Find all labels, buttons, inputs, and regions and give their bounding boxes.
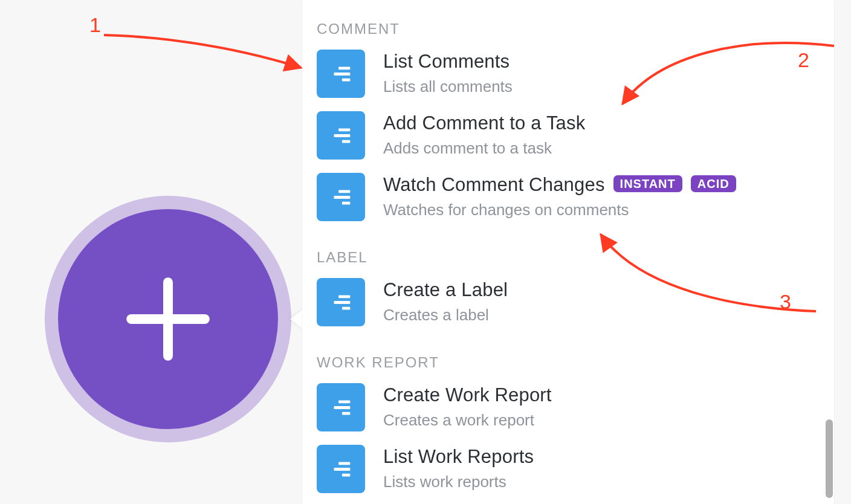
- svg-rect-4: [342, 79, 350, 82]
- module-text: Add Comment to a Task Adds comment to a …: [383, 111, 585, 158]
- module-desc: Creates a work report: [383, 411, 552, 430]
- module-text: Watch Comment Changes INSTANT ACID Watch…: [383, 173, 736, 219]
- svg-rect-9: [334, 196, 351, 199]
- module-text: List Comments Lists all comments: [383, 50, 513, 96]
- svg-rect-2: [338, 67, 350, 70]
- module-icon: [317, 50, 365, 98]
- add-module-button[interactable]: [45, 196, 291, 442]
- module-title: Add Comment to a Task: [383, 112, 585, 134]
- module-list-comments[interactable]: List Comments Lists all comments: [302, 44, 834, 105]
- add-button-face: [58, 209, 278, 429]
- module-title: Create a Label: [383, 279, 508, 301]
- module-icon: [317, 445, 365, 493]
- svg-rect-13: [342, 307, 350, 310]
- scroll-thumb[interactable]: [826, 419, 833, 498]
- module-title: Create Work Report: [383, 384, 552, 406]
- section-header-comment: COMMENT: [302, 0, 834, 44]
- svg-rect-3: [334, 73, 351, 76]
- svg-rect-5: [338, 129, 350, 132]
- bars-icon: [327, 60, 355, 88]
- module-picker-scroll[interactable]: COMMENT List Comments Lists all comments: [302, 0, 834, 504]
- module-add-comment-to-task[interactable]: Add Comment to a Task Adds comment to a …: [302, 105, 834, 167]
- module-desc: Creates a label: [383, 306, 508, 325]
- module-icon: [317, 111, 365, 160]
- plus-icon: [120, 271, 216, 367]
- module-text: Create a Label Creates a label: [383, 278, 508, 325]
- badge-instant: INSTANT: [613, 175, 682, 192]
- module-desc: Lists all comments: [383, 77, 513, 96]
- bars-icon: [327, 183, 355, 211]
- module-create-a-label[interactable]: Create a Label Creates a label: [302, 272, 834, 334]
- bars-icon: [327, 288, 355, 316]
- module-desc: Lists work reports: [383, 473, 534, 491]
- module-text: Create Work Report Creates a work report: [383, 383, 552, 430]
- svg-rect-7: [342, 140, 350, 143]
- svg-rect-6: [334, 134, 351, 137]
- badge-acid: ACID: [691, 175, 736, 192]
- module-desc: Adds comment to a task: [383, 139, 585, 158]
- module-title: List Comments: [383, 51, 510, 73]
- module-desc: Watches for changes on comments: [383, 201, 736, 219]
- module-text: List Work Reports Lists work reports: [383, 445, 534, 491]
- bars-icon: [327, 393, 355, 421]
- module-icon: [317, 278, 365, 326]
- bars-icon: [327, 121, 355, 149]
- section-header-label: LABEL: [302, 228, 834, 272]
- svg-rect-17: [338, 462, 350, 465]
- module-title: Watch Comment Changes: [383, 174, 605, 196]
- svg-rect-19: [342, 474, 350, 477]
- section-header-work-report: WORK REPORT: [302, 334, 834, 377]
- svg-rect-14: [338, 401, 350, 404]
- svg-rect-12: [334, 301, 351, 304]
- svg-rect-8: [338, 190, 350, 193]
- svg-rect-10: [342, 202, 350, 205]
- module-list-work-reports[interactable]: List Work Reports Lists work reports: [302, 439, 834, 500]
- module-title: List Work Reports: [383, 446, 534, 468]
- module-icon: [317, 173, 365, 221]
- scroll-track: [826, 0, 834, 504]
- module-icon: [317, 383, 365, 431]
- svg-rect-11: [338, 296, 350, 299]
- module-watch-comment-changes[interactable]: Watch Comment Changes INSTANT ACID Watch…: [302, 167, 834, 228]
- module-picker-panel: COMMENT List Comments Lists all comments: [302, 0, 834, 504]
- svg-rect-15: [334, 406, 351, 409]
- svg-rect-16: [342, 412, 350, 415]
- annotation-number-1: 1: [89, 13, 101, 37]
- bars-icon: [327, 455, 355, 483]
- svg-rect-18: [334, 468, 351, 471]
- module-create-work-report[interactable]: Create Work Report Creates a work report: [302, 377, 834, 439]
